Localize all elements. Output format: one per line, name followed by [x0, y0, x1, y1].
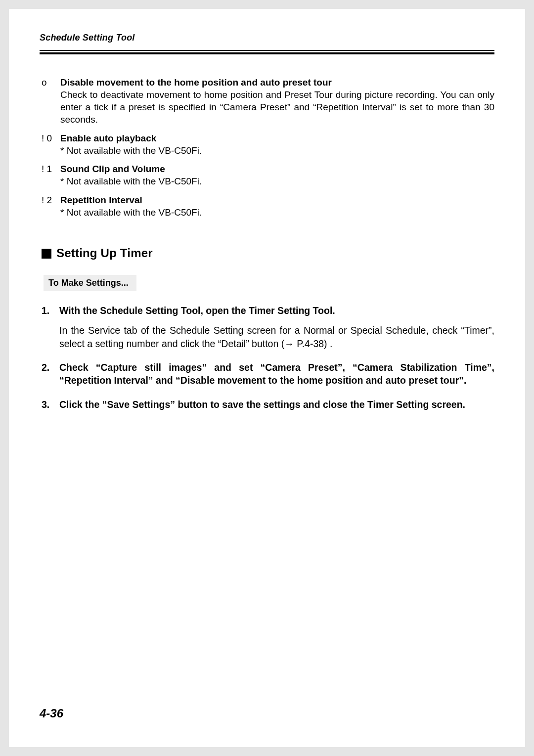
body-content: o Disable movement to the home position … [40, 76, 494, 411]
subhead-container: To Make Settings... [42, 275, 494, 304]
section-heading: Setting Up Timer [42, 246, 494, 260]
item-title: Disable movement to the home position an… [60, 77, 332, 88]
item-title: Enable auto playback [60, 133, 156, 143]
running-head: Schedule Setting Tool [40, 33, 494, 43]
step-description: In the Service tab of the Schedule Setti… [59, 324, 494, 350]
page-number: 4-36 [40, 707, 63, 720]
step-number: 3. [42, 398, 59, 411]
step-number: 1. [42, 304, 59, 317]
step-item: 2. Check “Capture still images” and set … [42, 361, 494, 387]
list-item: o Disable movement to the home position … [42, 76, 494, 126]
section-title: Setting Up Timer [56, 246, 153, 260]
list-item: ! 0 Enable auto playback * Not available… [42, 132, 494, 157]
item-mark: o [42, 76, 60, 89]
item-mark: ! 1 [42, 163, 60, 175]
step-title: Check “Capture still images” and set “Ca… [59, 361, 494, 387]
item-note: * Not available with the VB-C50Fi. [60, 206, 494, 219]
item-note: * Not available with the VB-C50Fi. [60, 175, 494, 187]
document-page: Schedule Setting Tool o Disable movement… [9, 9, 525, 747]
subhead-box: To Make Settings... [44, 275, 136, 291]
step-item: 1. With the Schedule Setting Tool, open … [42, 304, 494, 350]
header-rule [40, 50, 494, 54]
item-mark: ! 0 [42, 132, 60, 144]
square-bullet-icon [42, 249, 51, 259]
step-title: With the Schedule Setting Tool, open the… [59, 304, 494, 317]
list-item: ! 1 Sound Clip and Volume * Not availabl… [42, 163, 494, 188]
step-item: 3. Click the “Save Settings” button to s… [42, 398, 494, 411]
item-title: Repetition Interval [60, 195, 142, 205]
item-note: * Not available with the VB-C50Fi. [60, 144, 494, 157]
step-title: Click the “Save Settings” button to save… [59, 398, 494, 411]
item-title: Sound Clip and Volume [60, 164, 165, 174]
list-item: ! 2 Repetition Interval * Not available … [42, 194, 494, 219]
item-description: Check to deactivate movement to home pos… [60, 89, 494, 126]
step-number: 2. [42, 361, 59, 374]
item-mark: ! 2 [42, 194, 60, 206]
